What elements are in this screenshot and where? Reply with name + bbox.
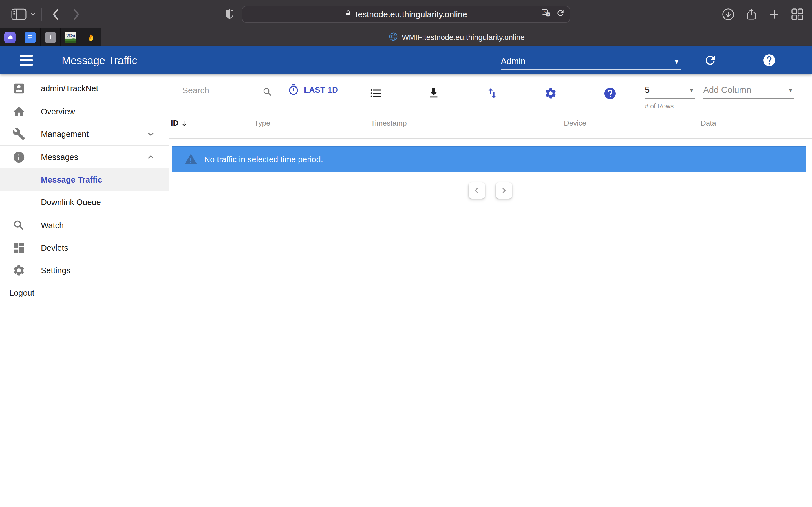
column-header-type[interactable]: Type (254, 119, 270, 128)
chevron-down-icon (146, 129, 156, 139)
divider (169, 138, 812, 139)
settings-gear-button[interactable] (544, 87, 557, 100)
sidebar-user[interactable]: admin/TrackNet (0, 77, 168, 100)
empty-state-message: No traffic in selected time period. (204, 155, 323, 164)
main-content: LAST 1D 5 ▾ # of Rows Add Column ▾ ID (169, 74, 812, 507)
sidebar-toggle-icon[interactable] (11, 8, 27, 20)
back-arrow-icon[interactable] (51, 8, 60, 21)
help-button-toolbar[interactable] (603, 87, 617, 100)
account-selector-value: Admin (501, 56, 525, 66)
caret-down-icon: ▾ (789, 86, 794, 94)
chevron-right-icon (500, 186, 508, 194)
sidebar-item-overview[interactable]: Overview (0, 100, 168, 123)
column-header-timestamp[interactable]: Timestamp (371, 119, 407, 128)
tab-overview-icon[interactable] (791, 8, 804, 21)
url-bar[interactable]: testnode.eu.thingularity.online A a (242, 6, 570, 22)
sidebar-item-settings[interactable]: Settings (0, 259, 168, 282)
new-tab-icon[interactable] (768, 8, 780, 20)
sidebar-item-label: Messages (41, 153, 78, 162)
sidebar-item-devlets[interactable]: Devlets (0, 237, 168, 259)
time-range-label: LAST 1D (304, 86, 338, 95)
menu-hamburger-icon[interactable] (20, 55, 33, 66)
column-header-data[interactable]: Data (701, 119, 716, 128)
wrench-icon (12, 128, 26, 140)
screen: testnode.eu.thingularity.online A a (0, 0, 812, 507)
sidebar-logout[interactable]: Logout (0, 282, 168, 304)
rows-per-page-select[interactable]: 5 ▾ (645, 82, 695, 99)
app-bar: Message Traffic Admin ▾ (0, 47, 812, 74)
sidebar-item-messages[interactable]: Messages (0, 146, 168, 168)
sidebar-item-label: Management (41, 129, 89, 139)
next-page-button[interactable] (496, 182, 512, 199)
timer-icon (288, 84, 299, 96)
download-button[interactable] (427, 87, 440, 100)
active-tab[interactable]: WMIF:testnode.eu.thingularity.online (101, 29, 812, 47)
svg-text:USDA: USDA (66, 34, 75, 38)
sidebar-item-label: Settings (41, 266, 70, 275)
pinned-tab-firebase[interactable] (81, 29, 101, 47)
sidebar: admin/TrackNet Overview Management Messa… (0, 74, 169, 507)
divider (41, 8, 42, 21)
cloud-app-icon (4, 32, 15, 43)
sort-desc-arrow-icon (180, 119, 188, 127)
privacy-shield-icon[interactable] (224, 8, 235, 21)
column-header-label: ID (171, 119, 179, 128)
chrome-left-controls (11, 0, 81, 29)
pinned-tab-usda[interactable]: USDA (61, 29, 81, 47)
share-icon[interactable] (745, 8, 758, 21)
logout-label: Logout (9, 288, 35, 298)
chevron-down-icon[interactable] (29, 11, 37, 18)
usda-site-icon: USDA (65, 32, 77, 43)
caret-down-icon: ▾ (690, 86, 695, 94)
url-bar-actions: A a (541, 6, 565, 22)
tab-bar: USDA W (0, 29, 812, 47)
sidebar-item-downlink-queue[interactable]: Downlink Queue (0, 191, 168, 214)
forward-arrow-icon[interactable] (71, 8, 81, 21)
page-title: Message Traffic (62, 54, 137, 66)
previous-page-button[interactable] (469, 182, 485, 199)
list-view-button[interactable] (369, 87, 382, 100)
sidebar-user-label: admin/TrackNet (41, 84, 98, 93)
sidebar-item-message-traffic[interactable]: Message Traffic (0, 168, 168, 191)
chrome-right-controls (722, 0, 804, 29)
downloads-icon[interactable] (722, 8, 735, 21)
search-input[interactable] (183, 81, 259, 100)
pinned-tab-docs[interactable] (20, 29, 41, 47)
pinned-tab-cloud[interactable] (0, 29, 20, 47)
globe-icon (389, 32, 398, 43)
help-button-appbar[interactable] (762, 53, 776, 67)
dashboard-icon (12, 241, 26, 255)
empty-state-alert: No traffic in selected time period. (172, 146, 806, 172)
caret-down-icon: ▾ (675, 57, 681, 66)
time-range-filter[interactable]: LAST 1D (288, 74, 338, 105)
docs-app-icon (24, 32, 36, 43)
pinned-tab-info-app[interactable] (41, 29, 61, 47)
url-text: testnode.eu.thingularity.online (356, 10, 467, 19)
firebase-icon (86, 32, 97, 43)
pagination (469, 182, 512, 199)
translate-icon[interactable]: A a (541, 8, 551, 20)
lock-icon (345, 9, 352, 19)
add-column-select[interactable]: Add Column ▾ (703, 82, 794, 99)
svg-text:A: A (544, 10, 546, 14)
sidebar-item-label: Overview (41, 107, 75, 116)
sort-button[interactable] (486, 87, 499, 100)
sidebar-item-label: Watch (41, 221, 64, 230)
sidebar-item-watch[interactable]: Watch (0, 214, 168, 237)
sidebar-item-label: Downlink Queue (41, 198, 101, 207)
refresh-button[interactable] (703, 54, 717, 67)
chevron-left-icon (473, 186, 481, 194)
reload-icon[interactable] (556, 9, 565, 20)
warning-triangle-icon (183, 153, 199, 166)
search-field (183, 81, 273, 101)
sidebar-item-management[interactable]: Management (0, 123, 168, 145)
add-column-label: Add Column (703, 85, 751, 95)
account-selector[interactable]: Admin ▾ (501, 54, 681, 69)
column-header-id[interactable]: ID (171, 119, 188, 128)
info-icon (12, 151, 26, 164)
column-header-device[interactable]: Device (564, 119, 586, 128)
rows-per-page-caption: # of Rows (645, 103, 673, 110)
search-icon (12, 219, 26, 232)
info-app-icon (45, 32, 56, 43)
gear-icon (12, 264, 26, 277)
